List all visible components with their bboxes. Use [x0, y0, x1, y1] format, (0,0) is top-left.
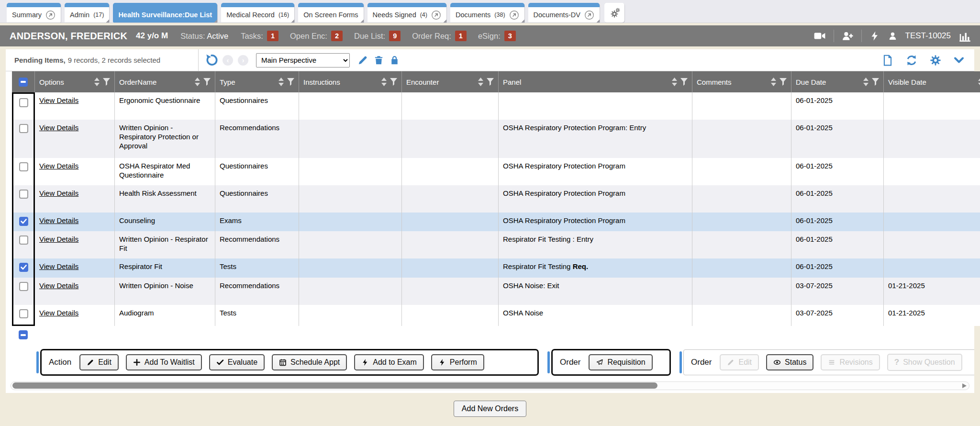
sort-icon[interactable] — [672, 78, 677, 86]
view-details-link[interactable]: View Details — [39, 189, 78, 197]
sort-icon[interactable] — [278, 78, 284, 86]
column-header-ordername[interactable]: OrderName — [115, 71, 215, 92]
scrollbar-thumb[interactable] — [12, 382, 657, 389]
view-details-link[interactable]: View Details — [39, 162, 78, 170]
filter-icon[interactable] — [390, 78, 397, 86]
edit-button[interactable]: Edit — [79, 354, 119, 370]
select-all-checkbox[interactable] — [19, 78, 28, 87]
tab-admin[interactable]: Admin(17) — [65, 3, 109, 22]
row-checkbox[interactable] — [19, 217, 28, 226]
tab-documents-dv[interactable]: Documents-DV — [528, 3, 600, 22]
row-checkbox[interactable] — [19, 309, 28, 318]
column-header-visible-date[interactable]: Visible Date — [884, 71, 980, 92]
select-all-checkbox-bottom[interactable] — [19, 330, 28, 339]
add-new-orders-button[interactable]: Add New Orders — [454, 401, 526, 417]
tab-settings-gear[interactable] — [604, 3, 624, 22]
view-details-link[interactable]: View Details — [39, 123, 78, 132]
view-details-link[interactable]: View Details — [39, 216, 78, 224]
row-checkbox[interactable] — [19, 162, 28, 171]
external-link-icon[interactable] — [584, 10, 594, 20]
delete-trash-icon[interactable] — [373, 55, 384, 66]
table-row[interactable]: View Details Ergonomic Questionnaire Que… — [12, 92, 980, 120]
tab-documents[interactable]: Documents(38) — [450, 3, 524, 22]
tab-health-surveillance-due-list[interactable]: Health Surveillance:Due List — [113, 3, 217, 22]
filter-icon[interactable] — [203, 78, 211, 86]
row-checkbox[interactable] — [19, 235, 28, 245]
table-row[interactable]: View Details OSHA Respirator Med Questio… — [12, 158, 980, 185]
sort-icon[interactable] — [478, 78, 483, 86]
external-link-icon[interactable] — [509, 10, 519, 20]
filter-icon[interactable] — [680, 78, 688, 86]
refresh-icon[interactable] — [905, 54, 918, 67]
add-to-waitlist-button[interactable]: Add To Waitlist — [126, 354, 202, 370]
horizontal-scrollbar[interactable] — [11, 381, 969, 390]
filter-icon[interactable] — [103, 78, 110, 86]
add-person-icon[interactable] — [842, 30, 854, 42]
table-row[interactable]: View Details Written Opinion - Noise Rec… — [12, 278, 980, 305]
filter-icon[interactable] — [487, 78, 494, 86]
view-details-link[interactable]: View Details — [39, 96, 78, 104]
lightning-icon[interactable] — [869, 31, 880, 41]
evaluate-button[interactable]: Evaluate — [209, 354, 265, 370]
add-to-exam-button[interactable]: Add to Exam — [354, 354, 424, 370]
sort-icon[interactable] — [771, 78, 776, 86]
column-header-panel[interactable]: Panel — [499, 71, 692, 92]
filter-icon[interactable] — [287, 78, 294, 86]
column-header-comments[interactable]: Comments — [692, 71, 791, 92]
row-checkbox[interactable] — [19, 263, 28, 272]
perform-button[interactable]: Perform — [431, 354, 484, 370]
count-badge[interactable]: 3 — [504, 31, 516, 41]
tab-label: On Screen Forms — [303, 11, 358, 19]
table-row[interactable]: View Details Written Opinion - Respirato… — [12, 120, 980, 158]
requisition-button[interactable]: Requisition — [589, 354, 652, 370]
new-document-icon[interactable] — [881, 54, 894, 67]
filter-icon[interactable] — [872, 78, 879, 86]
tab-on-screen-forms[interactable]: On Screen Forms — [298, 3, 363, 22]
external-link-icon[interactable] — [431, 10, 441, 20]
count-badge[interactable]: 2 — [331, 31, 343, 41]
tab-medical-record[interactable]: Medical Record(16) — [221, 3, 294, 22]
lock-icon[interactable] — [389, 55, 400, 66]
external-link-icon[interactable] — [45, 10, 56, 20]
column-header-instructions[interactable]: Instructions — [299, 71, 402, 92]
row-checkbox[interactable] — [19, 190, 28, 199]
table-row[interactable]: View Details Counseling Exams OSHA Respi… — [12, 213, 980, 231]
tab-summary[interactable]: Summary — [7, 3, 61, 22]
collapse-chevron-icon[interactable] — [953, 55, 965, 66]
gear-icon[interactable] — [929, 54, 942, 67]
tab-needs-signed[interactable]: Needs Signed(4) — [368, 3, 446, 22]
sort-icon[interactable] — [94, 78, 100, 86]
filter-icon[interactable] — [780, 78, 787, 86]
video-camera-icon[interactable] — [813, 30, 826, 42]
table-row[interactable]: View Details Written Opinion - Respirato… — [12, 231, 980, 258]
sort-icon[interactable] — [978, 78, 980, 86]
edit-pencil-icon[interactable] — [357, 55, 368, 66]
status-button[interactable]: Status — [766, 354, 813, 370]
column-header-type[interactable]: Type — [215, 71, 299, 92]
undo-icon[interactable] — [205, 54, 218, 67]
schedule-appt-button[interactable]: Schedule Appt — [272, 354, 347, 370]
sort-icon[interactable] — [863, 78, 869, 86]
bar-chart-icon[interactable] — [958, 30, 971, 43]
column-header-due-date[interactable]: Due Date — [791, 71, 884, 92]
sort-icon[interactable] — [381, 78, 387, 86]
table-row[interactable]: View Details Health Risk Assessment Ques… — [12, 185, 980, 213]
table-row[interactable]: View Details Respirator Fit Tests Respir… — [12, 258, 980, 278]
row-checkbox[interactable] — [19, 124, 28, 133]
count-badge[interactable]: 1 — [455, 31, 467, 41]
view-details-link[interactable]: View Details — [39, 309, 78, 317]
view-details-link[interactable]: View Details — [39, 235, 78, 243]
column-header-encounter[interactable]: Encounter — [402, 71, 499, 92]
row-checkbox[interactable] — [19, 282, 28, 291]
scrollbar-right-arrow-icon[interactable] — [962, 383, 967, 388]
cell-ordername: Written Opinion - Respiratory Protection… — [115, 120, 215, 158]
count-badge[interactable]: 9 — [389, 31, 401, 41]
count-badge[interactable]: 1 — [267, 31, 278, 41]
sort-icon[interactable] — [195, 78, 200, 86]
table-row[interactable]: View Details Audiogram Tests OSHA Noise … — [12, 305, 980, 326]
column-header-options[interactable]: Options — [35, 71, 115, 92]
perspective-select[interactable]: Main Perspective — [256, 53, 350, 67]
view-details-link[interactable]: View Details — [39, 262, 78, 270]
view-details-link[interactable]: View Details — [39, 281, 78, 290]
row-checkbox[interactable] — [19, 98, 28, 107]
